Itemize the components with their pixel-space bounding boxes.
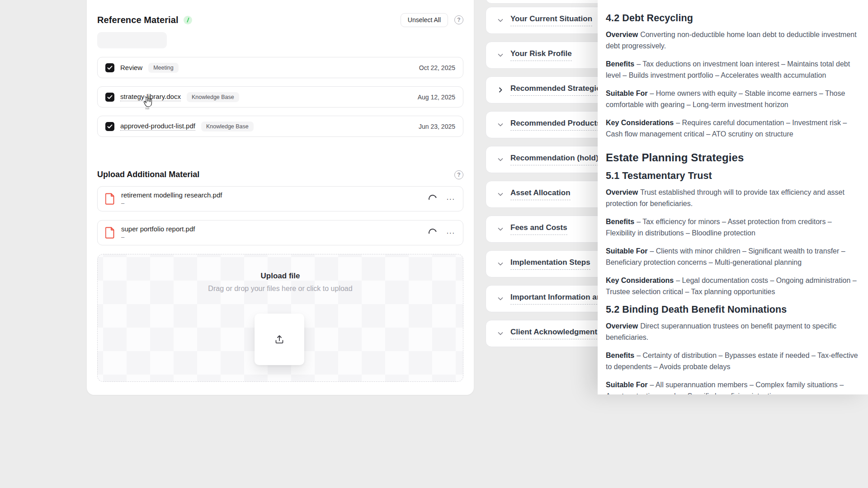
reference-item-name[interactable]: strategy-library.docx: [120, 93, 181, 101]
chevron-down-icon[interactable]: [497, 121, 504, 128]
check-icon: [107, 95, 113, 99]
chevron-down-icon[interactable]: [497, 330, 504, 337]
document-paragraph: Key Considerations– Requires careful doc…: [606, 117, 862, 140]
document-heading-3: 5.2 Binding Death Benefit Nominations: [606, 304, 862, 315]
uploaded-file-row[interactable]: retirement modelling research.pdf – ...: [97, 186, 463, 211]
uploaded-file-name: retirement modelling research.pdf: [121, 191, 222, 199]
document-block: Suitable For– All superannuation members…: [606, 379, 862, 394]
upload-section-title: Upload Additional Material: [97, 170, 199, 179]
item-checkbox-checked[interactable]: [105, 122, 114, 131]
reference-item-name[interactable]: Review: [120, 64, 142, 71]
document-block: Benefits– Certainty of distribution – By…: [606, 350, 862, 372]
pdf-file-icon: [105, 193, 115, 205]
reference-item-date: Jun 23, 2025: [419, 123, 455, 130]
file-dropzone[interactable]: Upload file Drag or drop your files here…: [97, 254, 463, 382]
document-block: OverviewConverting non-deductible home l…: [606, 29, 862, 52]
document-preview-drawer: 4.2 Debt Recycling OverviewConverting no…: [598, 0, 868, 394]
document-paragraph: Suitable For– All superannuation members…: [606, 379, 862, 394]
document-section-title[interactable]: Recommended Strategies: [510, 84, 605, 96]
document-paragraph: Benefits– Tax deductions on investment l…: [606, 58, 862, 81]
filter-tab[interactable]: [126, 33, 138, 47]
filter-tab[interactable]: [99, 33, 111, 47]
reference-item-date: Oct 22, 2025: [419, 64, 455, 71]
chevron-down-icon[interactable]: [497, 260, 504, 267]
paragraph-label: Overview: [606, 322, 640, 330]
item-checkbox-checked[interactable]: [105, 93, 114, 102]
document-section-title[interactable]: Your Risk Profile: [510, 49, 572, 61]
document-paragraph: OverviewDirect superannuation trustees o…: [606, 320, 862, 343]
document-block: Benefits– Tax efficiency for minors – As…: [606, 216, 862, 239]
upload-spinner-icon: [427, 227, 438, 239]
paragraph-text: Direct superannuation trustees on benefi…: [606, 322, 836, 341]
item-checkbox-checked[interactable]: [105, 63, 114, 72]
upload-help-icon[interactable]: ?: [454, 170, 463, 179]
paragraph-text: Converting non-deductible home loan debt…: [606, 31, 857, 50]
uploaded-file-row[interactable]: super portfolio report.pdf – ...: [97, 220, 463, 245]
filter-tab[interactable]: [139, 33, 152, 47]
document-section-title[interactable]: Client Acknowledgment: [510, 328, 597, 339]
document-section-title[interactable]: Important Information and: [510, 293, 606, 305]
document-paragraph: Benefits– Certainty of distribution – By…: [606, 350, 862, 372]
document-section-title[interactable]: Your Current Situation: [510, 14, 592, 26]
chevron-right-icon[interactable]: [497, 86, 504, 94]
document-heading-3: 5.1 Testamentary Trust: [606, 170, 862, 182]
document-section-title[interactable]: Fees and Costs: [510, 223, 567, 235]
check-icon: [107, 66, 113, 70]
uploaded-file-name: super portfolio report.pdf: [121, 225, 195, 233]
paragraph-label: Key Considerations: [606, 119, 676, 127]
paragraph-label: Overview: [606, 188, 640, 196]
chevron-down-icon[interactable]: [497, 225, 504, 233]
document-block: Estate Planning Strategies: [606, 151, 862, 164]
document-paragraph: Suitable For– Clients with minor childre…: [606, 245, 862, 268]
document-block: Suitable For– Clients with minor childre…: [606, 245, 862, 268]
paragraph-text: – Tax efficiency for minors – Asset prot…: [606, 218, 832, 237]
pdf-file-icon: [105, 227, 115, 239]
document-section-title[interactable]: Recommendation (hold): [510, 154, 599, 165]
dropzone-hint: Drag or drop your files here or click to…: [98, 285, 463, 293]
chevron-down-icon[interactable]: [497, 156, 504, 163]
chevron-down-icon[interactable]: [497, 17, 504, 24]
paragraph-label: Key Considerations: [606, 277, 676, 284]
reference-item-row[interactable]: Review Meeting Oct 22, 2025: [97, 57, 463, 78]
document-paragraph: Benefits– Tax efficiency for minors – As…: [606, 216, 862, 239]
paragraph-label: Suitable For: [606, 381, 650, 389]
reference-item-row[interactable]: approved-product-list.pdf Knowledge Base…: [97, 116, 463, 137]
document-block: 4.2 Debt Recycling: [606, 13, 862, 24]
dropzone-heading: Upload file: [98, 272, 463, 281]
reference-filter-tabs: [97, 32, 167, 48]
reference-item-name[interactable]: approved-product-list.pdf: [120, 122, 195, 131]
document-section-title[interactable]: Asset Allocation: [510, 188, 571, 200]
uploaded-file-list: retirement modelling research.pdf – ... …: [97, 186, 463, 245]
upload-spinner-icon: [427, 193, 438, 205]
file-actions-menu-icon[interactable]: ...: [447, 228, 455, 238]
reference-item-type-badge: Meeting: [148, 63, 178, 73]
document-block: Key Considerations– Requires careful doc…: [606, 117, 862, 140]
reference-item-type-badge: Knowledge Base: [201, 122, 254, 131]
document-paragraph: OverviewConverting non-deductible home l…: [606, 29, 862, 52]
document-block: Key Considerations– Legal documentation …: [606, 275, 862, 297]
filter-tab[interactable]: [112, 33, 125, 47]
paragraph-label: Suitable For: [606, 247, 650, 255]
check-icon: [107, 124, 113, 129]
paragraph-label: Benefits: [606, 60, 637, 68]
document-block: Suitable For– Home owners with equity – …: [606, 88, 862, 110]
chevron-down-icon[interactable]: [497, 295, 504, 302]
filter-tab[interactable]: [153, 33, 165, 47]
reference-item-row[interactable]: strategy-library.docx Knowledge Base Aug…: [97, 86, 463, 108]
reference-material-header: Reference Material Unselect All ?: [97, 13, 463, 27]
document-paragraph: Suitable For– Home owners with equity – …: [606, 88, 862, 110]
paragraph-label: Overview: [606, 31, 640, 38]
sync-status-icon: [184, 16, 192, 24]
paragraph-text: Trust established through will to provid…: [606, 188, 844, 207]
document-section-title[interactable]: Recommended Products: [510, 119, 601, 131]
document-section-title[interactable]: Implementation Steps: [510, 258, 590, 270]
unselect-all-button[interactable]: Unselect All: [401, 13, 448, 27]
chevron-down-icon[interactable]: [497, 191, 504, 198]
document-block: OverviewDirect superannuation trustees o…: [606, 320, 862, 343]
chevron-down-icon[interactable]: [497, 52, 504, 59]
document-block: 5.1 Testamentary Trust: [606, 170, 862, 182]
reference-help-icon[interactable]: ?: [454, 15, 463, 24]
paragraph-text: – Tax deductions on investment loan inte…: [606, 60, 850, 79]
green-tick-icon: [186, 18, 190, 23]
file-actions-menu-icon[interactable]: ...: [447, 194, 455, 204]
